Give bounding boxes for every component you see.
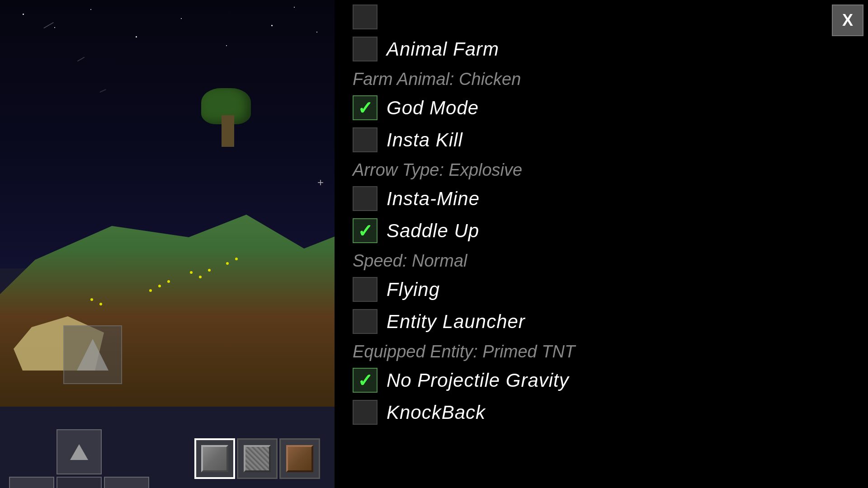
ground-dot	[190, 271, 193, 274]
flying-checkbox[interactable]	[353, 277, 377, 302]
entity-launcher-item: Entity Launcher	[353, 305, 850, 338]
insta-mine-label: Insta-Mine	[387, 188, 480, 210]
ground-dot	[90, 298, 93, 301]
attack-button[interactable]	[63, 325, 122, 384]
flying-item: Flying	[353, 273, 850, 305]
terrain	[0, 181, 335, 407]
hotbar-slot-1[interactable]	[194, 438, 235, 479]
star	[90, 9, 91, 10]
dirt-block-icon	[286, 445, 313, 472]
insta-kill-item: Insta Kill	[353, 124, 850, 156]
crosshair: +	[314, 176, 327, 189]
partial-checkbox[interactable]	[353, 5, 377, 29]
close-button[interactable]: X	[832, 5, 863, 36]
ground-dot	[208, 269, 211, 272]
god-mode-item: ✓ God Mode	[353, 92, 850, 124]
game-viewport: +	[0, 0, 335, 488]
ground-dot	[235, 258, 238, 260]
star	[316, 32, 317, 33]
star	[136, 36, 137, 38]
animal-farm-checkbox[interactable]	[353, 37, 377, 61]
knockback-label: KnockBack	[387, 402, 486, 423]
hotbar-slot-2[interactable]	[237, 438, 278, 479]
saddle-up-checkbox[interactable]: ✓	[353, 218, 377, 243]
dpad-center	[57, 477, 102, 488]
star	[294, 7, 295, 8]
no-projectile-gravity-checkbox[interactable]: ✓	[353, 368, 377, 393]
close-label: X	[842, 11, 853, 30]
animal-farm-label: Animal Farm	[387, 38, 499, 60]
entity-launcher-checkbox[interactable]	[353, 309, 377, 334]
cobblestone-block-icon	[244, 445, 271, 472]
ground-dot	[199, 276, 202, 278]
no-projectile-gravity-label: No Projectile Gravity	[387, 370, 569, 391]
entity-launcher-label: Entity Launcher	[387, 311, 525, 333]
no-projectile-gravity-checkmark: ✓	[358, 371, 373, 389]
hill-green	[0, 181, 335, 407]
dpad-up-button[interactable]	[57, 429, 102, 474]
god-mode-label: God Mode	[387, 97, 479, 119]
no-projectile-gravity-item: ✓ No Projectile Gravity	[353, 364, 850, 396]
insta-kill-label: Insta Kill	[387, 129, 463, 151]
equipped-entity-section: Equipped Entity: Primed TNT	[353, 338, 850, 364]
ground-dot	[99, 303, 102, 305]
tree-trunk	[222, 115, 234, 147]
hotbar	[194, 438, 320, 479]
top-partial-item	[353, 0, 850, 33]
saddle-up-label: Saddle Up	[387, 220, 479, 242]
star	[271, 25, 273, 26]
god-mode-checkbox[interactable]: ✓	[353, 95, 377, 120]
farm-animal-section: Farm Animal: Chicken	[353, 65, 850, 92]
arrow-type-section: Arrow Type: Explosive	[353, 156, 850, 183]
up-arrow-icon	[70, 444, 88, 460]
ground-dot	[226, 262, 229, 265]
ground-dot	[158, 285, 161, 287]
cheat-menu-panel: X Animal Farm Farm Animal: Chicken ✓ God…	[335, 0, 868, 488]
dpad-left-button[interactable]	[9, 477, 54, 488]
god-mode-checkmark: ✓	[358, 99, 373, 117]
saddle-up-item: ✓ Saddle Up	[353, 215, 850, 247]
ground-dot	[149, 289, 152, 292]
star	[226, 45, 227, 46]
insta-kill-checkbox[interactable]	[353, 127, 377, 152]
star	[23, 14, 24, 15]
stone-block-icon	[201, 445, 228, 472]
hotbar-slot-3[interactable]	[279, 438, 320, 479]
dpad-right-button[interactable]	[104, 477, 149, 488]
insta-mine-item: Insta-Mine	[353, 183, 850, 215]
knockback-checkbox[interactable]	[353, 400, 377, 425]
star	[181, 18, 182, 19]
ground-dot	[167, 280, 170, 283]
mountain-icon	[77, 339, 108, 371]
saddle-up-checkmark: ✓	[358, 222, 373, 240]
flying-label: Flying	[387, 279, 440, 300]
knockback-item: KnockBack	[353, 396, 850, 428]
partial-menu-item	[353, 5, 850, 33]
star	[54, 27, 55, 28]
speed-section: Speed: Normal	[353, 247, 850, 273]
animal-farm-item: Animal Farm	[353, 33, 850, 65]
insta-mine-checkbox[interactable]	[353, 186, 377, 211]
